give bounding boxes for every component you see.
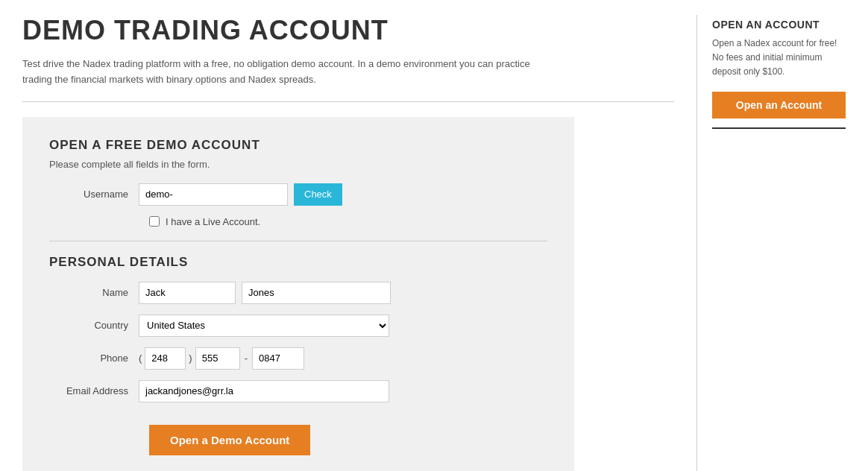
username-row: Username Check [49, 183, 547, 206]
sidebar-title: OPEN AN ACCOUNT [712, 19, 846, 31]
page-description: Test drive the Nadex trading platform wi… [22, 57, 544, 88]
check-button[interactable]: Check [294, 183, 342, 206]
email-row: Email Address [49, 380, 547, 402]
first-name-input[interactable] [139, 282, 236, 304]
name-label: Name [49, 287, 139, 298]
form-instructions: Please complete all fields in the form. [49, 159, 547, 170]
phone-fields: ( ) - [139, 347, 304, 370]
phone-row: Phone ( ) - [49, 347, 547, 370]
phone-close-paren: ) [189, 353, 192, 364]
page-wrapper: DEMO TRADING ACCOUNT Test drive the Nade… [0, 0, 868, 471]
email-label: Email Address [49, 385, 139, 396]
open-account-button[interactable]: Open an Account [712, 92, 846, 118]
name-row: Name [49, 282, 547, 304]
country-label: Country [49, 320, 139, 331]
left-section: DEMO TRADING ACCOUNT Test drive the Nade… [22, 15, 674, 471]
phone-middle-input[interactable] [195, 347, 240, 370]
live-account-checkbox[interactable] [149, 216, 160, 227]
phone-open-paren: ( [139, 353, 142, 364]
form-card: OPEN A FREE DEMO ACCOUNT Please complete… [22, 117, 574, 471]
form-section-title: OPEN A FREE DEMO ACCOUNT [49, 138, 547, 153]
main-content: DEMO TRADING ACCOUNT Test drive the Nade… [0, 0, 868, 471]
name-fields [139, 282, 391, 304]
phone-last-input[interactable] [252, 347, 304, 370]
username-input[interactable] [139, 183, 288, 206]
submit-button[interactable]: Open a Demo Account [149, 425, 310, 455]
page-title: DEMO TRADING ACCOUNT [22, 15, 674, 46]
phone-dash: - [243, 353, 249, 364]
phone-area-input[interactable] [145, 347, 186, 370]
personal-section-divider [49, 241, 547, 241]
personal-details-title: PERSONAL DETAILS [49, 255, 547, 270]
section-divider-top [22, 101, 674, 102]
live-account-row: I have a Live Account. [149, 216, 547, 227]
sidebar-underline [712, 127, 846, 129]
last-name-input[interactable] [242, 282, 391, 304]
username-label: Username [49, 189, 139, 200]
sidebar-description: Open a Nadex account for free! No fees a… [712, 37, 846, 80]
phone-label: Phone [49, 353, 139, 364]
email-input[interactable] [139, 380, 389, 402]
live-account-label: I have a Live Account. [166, 216, 260, 227]
right-sidebar: OPEN AN ACCOUNT Open a Nadex account for… [696, 15, 846, 471]
country-select[interactable]: United States United Kingdom Canada Aust… [139, 314, 389, 337]
country-row: Country United States United Kingdom Can… [49, 314, 547, 337]
submit-row: Open a Demo Account [49, 413, 547, 455]
username-field-group: Check [139, 183, 342, 206]
